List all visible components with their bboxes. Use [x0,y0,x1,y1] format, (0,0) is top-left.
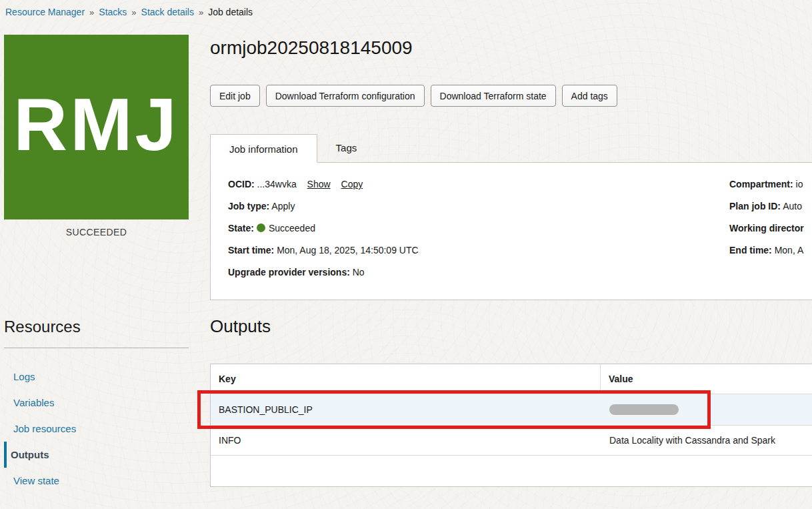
field-job-type-value: Apply [271,201,295,211]
sidebar-item-logs[interactable]: Logs [4,364,189,390]
field-state: State:Succeeded [228,221,419,243]
field-start-time-label: Start time: [228,245,274,256]
edit-job-button[interactable]: Edit job [210,85,260,107]
field-state-value: Succeeded [269,223,315,233]
column-header-key: Key [211,364,601,394]
breadcrumb-separator: » [89,7,94,17]
job-info-right-column: Compartment: io Plan job ID: Auto Workin… [729,177,804,266]
breadcrumb-link-stack-details[interactable]: Stack details [141,7,194,17]
breadcrumb-link-stacks[interactable]: Stacks [99,7,127,17]
resources-nav: Logs Variables Job resources Outputs Vie… [4,364,189,494]
field-job-type: Job type: Apply [228,199,419,221]
field-compartment-label: Compartment: [729,179,793,189]
sidebar-item-outputs[interactable]: Outputs [4,442,189,468]
output-key: INFO [211,426,601,455]
breadcrumb-separator: » [131,7,136,17]
breadcrumb-current-job-details: Job details [208,7,253,17]
job-info-left-column: OCID: ...34wvka Show Copy Job type: Appl… [228,177,419,288]
field-compartment: Compartment: io [729,177,804,199]
sidebar-item-job-resources[interactable]: Job resources [4,416,189,442]
redacted-value-blob [609,404,679,415]
field-working-directory: Working director [729,221,804,243]
breadcrumb: Resource Manager»Stacks»Stack details»Jo… [5,7,253,17]
field-job-type-label: Job type: [228,201,269,211]
page-title: ormjob20250818145009 [210,37,413,59]
field-plan-job-id-value: Auto [783,201,802,211]
job-information-panel: OCID: ...34wvka Show Copy Job type: Appl… [210,163,812,300]
ocid-copy-link[interactable]: Copy [341,179,363,189]
resources-heading: Resources [4,318,81,336]
field-upgrade-provider-versions-value: No [353,267,365,278]
field-end-time-label: End time: [729,245,772,256]
sidebar-item-variables[interactable]: Variables [4,390,189,416]
breadcrumb-separator: » [199,7,203,17]
download-terraform-configuration-button[interactable]: Download Terraform configuration [266,85,425,107]
output-key: BASTION_PUBLIC_IP [211,394,601,425]
action-button-row: Edit job Download Terraform configuratio… [210,85,623,107]
output-value: Data Locality with Cassandra and Spark [601,426,812,455]
field-end-time-value: Mon, A [775,245,804,256]
field-ocid-value: ...34wvka [257,179,297,189]
outputs-table-footer [211,456,812,486]
add-tags-button[interactable]: Add tags [562,85,617,107]
download-terraform-state-button[interactable]: Download Terraform state [431,85,556,107]
field-ocid: OCID: ...34wvka Show Copy [228,177,419,199]
rmj-icon-text: RMJ [13,87,179,167]
field-working-directory-label: Working director [729,223,804,233]
ocid-show-link[interactable]: Show [307,179,331,189]
tab-job-information[interactable]: Job information [210,134,317,163]
job-status-label: SUCCEEDED [4,227,189,237]
outputs-heading: Outputs [210,316,271,337]
field-start-time: Start time: Mon, Aug 18, 2025, 14:50:09 … [228,243,419,266]
outputs-table-header: Key Value [211,364,812,394]
outputs-table: Key Value BASTION_PUBLIC_IP INFO Data Lo… [210,364,812,487]
tab-tags[interactable]: Tags [317,133,376,162]
field-upgrade-provider-versions: Upgrade provider versions: No [228,266,419,288]
sidebar-item-view-state[interactable]: View state [4,468,189,494]
table-row-bastion-public-ip: BASTION_PUBLIC_IP [211,394,812,426]
field-ocid-label: OCID: [228,179,255,189]
field-end-time: End time: Mon, A [729,243,804,266]
field-start-time-value: Mon, Aug 18, 2025, 14:50:09 UTC [277,245,418,256]
field-plan-job-id: Plan job ID: Auto [729,199,804,221]
resource-manager-job-icon: RMJ [4,35,189,219]
field-compartment-value: io [796,179,803,189]
resources-divider [4,348,189,348]
column-header-value: Value [601,364,812,394]
breadcrumb-link-resource-manager[interactable]: Resource Manager [5,7,85,17]
output-value [601,394,812,425]
field-upgrade-provider-versions-label: Upgrade provider versions: [228,267,350,278]
field-state-label: State: [228,223,254,233]
state-succeeded-dot-icon [257,223,265,232]
tab-bar: Job information Tags [210,133,812,163]
field-plan-job-id-label: Plan job ID: [729,201,781,211]
table-row-info: INFO Data Locality with Cassandra and Sp… [211,426,812,456]
